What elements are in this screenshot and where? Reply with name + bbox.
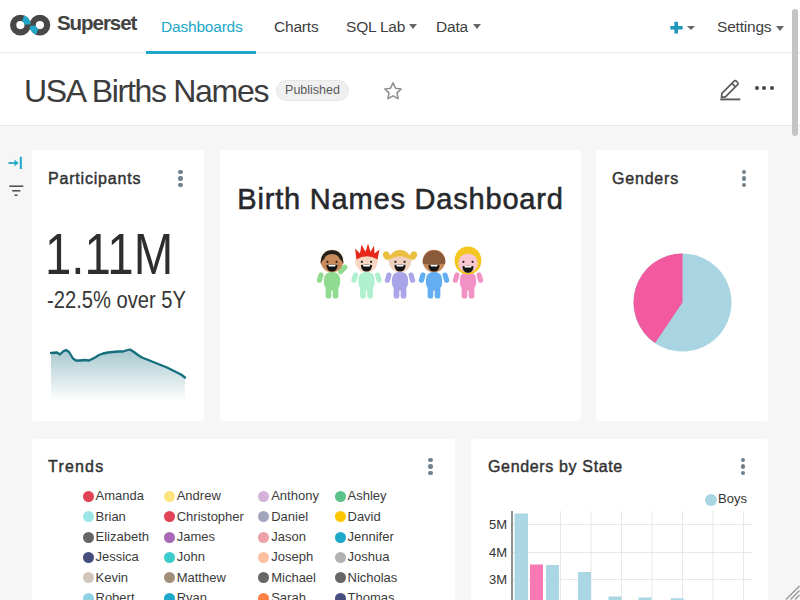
svg-text:3M: 3M (489, 572, 507, 587)
svg-text:5M: 5M (489, 517, 507, 532)
svg-text:4M: 4M (489, 545, 507, 560)
